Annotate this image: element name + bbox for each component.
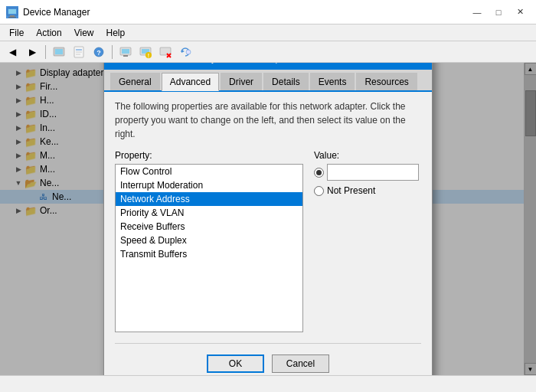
menu-bar: File Action View Help (0, 24, 536, 41)
dialog-description: The following properties are available f… (115, 100, 421, 141)
status-bar (0, 375, 536, 392)
toolbar-btn-1[interactable] (50, 44, 68, 60)
toolbar-btn-4[interactable] (116, 44, 135, 60)
menu-view[interactable]: View (68, 26, 100, 40)
app-icon (6, 6, 18, 18)
title-bar-controls: — □ ✕ (467, 5, 530, 20)
dialog-close-button[interactable]: ✕ (410, 63, 426, 66)
menu-action[interactable]: Action (30, 26, 67, 40)
property-receive-buffers[interactable]: Receive Buffers (116, 220, 302, 234)
value-section: Value: Not Present (314, 150, 421, 332)
svg-rect-3 (8, 17, 16, 18)
tab-advanced[interactable]: Advanced (162, 73, 219, 91)
dialog-title-bar: Realtek PCIe GBE Family Controller Prope… (104, 63, 432, 70)
tab-details[interactable]: Details (263, 73, 309, 90)
property-section: Property: Flow Control Interrupt Moderat… (115, 150, 303, 332)
not-present-radio-input[interactable] (314, 186, 324, 196)
property-transmit-buffers[interactable]: Transmit Buffers (116, 247, 302, 261)
close-button[interactable]: ✕ (510, 5, 530, 20)
not-present-label: Not Present (327, 185, 375, 196)
forward-button[interactable]: ▶ (23, 44, 41, 60)
dialog-columns: Property: Flow Control Interrupt Moderat… (115, 150, 421, 332)
menu-help[interactable]: Help (100, 26, 132, 40)
properties-dialog: Realtek PCIe GBE Family Controller Prope… (103, 63, 433, 375)
menu-file[interactable]: File (3, 26, 30, 40)
svg-rect-1 (8, 9, 16, 14)
toolbar-btn-5[interactable]: ! (136, 44, 155, 60)
property-flow-control[interactable]: Flow Control (116, 165, 302, 178)
value-text-input[interactable] (327, 164, 419, 181)
tab-events[interactable]: Events (310, 73, 355, 90)
dialog-tabs: General Advanced Driver Details Events R… (104, 70, 432, 92)
maximize-button[interactable]: □ (489, 5, 508, 20)
title-bar: Device Manager — □ ✕ (0, 0, 536, 24)
value-options: Not Present (314, 164, 421, 196)
svg-text:!: ! (148, 53, 149, 58)
main-window: Device Manager — □ ✕ File Action View He… (0, 0, 536, 392)
property-label: Property: (115, 150, 303, 161)
property-priority-vlan[interactable]: Priority & VLAN (116, 206, 302, 220)
svg-rect-13 (122, 49, 129, 54)
back-button[interactable]: ◀ (3, 44, 21, 60)
not-present-radio-row: Not Present (314, 185, 421, 196)
svg-point-23 (186, 50, 191, 54)
tab-general[interactable]: General (110, 73, 160, 90)
toolbar-btn-3[interactable]: ? (90, 44, 108, 60)
svg-rect-14 (123, 55, 128, 57)
ok-button[interactable]: OK (207, 354, 264, 373)
property-interrupt-mod[interactable]: Interrupt Moderation (116, 178, 302, 192)
toolbar: ◀ ▶ ? ! (0, 41, 536, 63)
property-list[interactable]: Flow Control Interrupt Moderation Networ… (115, 164, 303, 332)
toolbar-separator-2 (112, 45, 113, 59)
window-title: Device Manager (23, 7, 90, 18)
cancel-button[interactable]: Cancel (272, 354, 329, 373)
value-label: Value: (314, 150, 421, 161)
toolbar-remove-button[interactable] (156, 44, 175, 60)
title-bar-left: Device Manager (6, 6, 90, 18)
value-radio-input[interactable] (314, 168, 324, 178)
minimize-button[interactable]: — (467, 5, 487, 20)
property-network-address[interactable]: Network Address (116, 192, 302, 206)
dialog-footer: OK Cancel (115, 343, 421, 375)
svg-rect-5 (55, 49, 63, 54)
value-radio-row (314, 164, 421, 181)
dialog-body: The following properties are available f… (104, 92, 432, 375)
content-area: ▶ 📁 Display adapters ▶ 📁 Fir... ▶ 📁 H...… (0, 63, 536, 375)
tab-resources[interactable]: Resources (356, 73, 417, 90)
svg-rect-19 (160, 47, 171, 55)
svg-text:?: ? (96, 49, 101, 57)
toolbar-btn-2[interactable] (70, 44, 88, 60)
svg-rect-2 (10, 15, 15, 17)
tab-driver[interactable]: Driver (221, 73, 262, 90)
property-speed-duplex[interactable]: Speed & Duplex (116, 234, 302, 247)
modal-overlay: Realtek PCIe GBE Family Controller Prope… (0, 63, 536, 375)
dialog-title: Realtek PCIe GBE Family Controller Prope… (110, 63, 302, 64)
svg-marker-22 (181, 50, 185, 53)
toolbar-refresh-button[interactable] (176, 44, 194, 60)
toolbar-separator-1 (45, 45, 46, 59)
